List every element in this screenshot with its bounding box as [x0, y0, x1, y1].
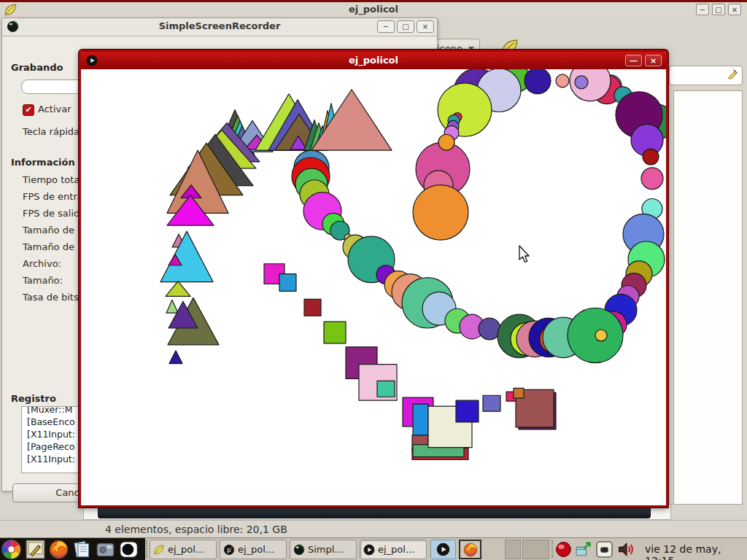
task-button-label: Simpl...: [308, 544, 344, 555]
task-button-label: ej_pol...: [378, 544, 414, 555]
canvas-shape: [311, 90, 392, 150]
policol-tray-launcher[interactable]: [430, 540, 456, 559]
canvas-shape: [556, 74, 569, 88]
canvas-shape: [413, 185, 468, 240]
launcher-camera[interactable]: [96, 540, 115, 559]
canvas-shape: [483, 395, 500, 411]
background-window-titlebar[interactable]: ej_policol −□×: [0, 2, 747, 18]
file-panel[interactable]: [673, 90, 743, 505]
status-text: 4 elementos, espacio libre: 20,1 GB: [105, 524, 287, 535]
launcher-swirl[interactable]: [1, 540, 21, 559]
recorder-title: SimpleScreenRecorder: [2, 20, 437, 31]
taskbar: ej_pol...pej_pol...Simpl...ej_pol... vie…: [0, 537, 747, 560]
task-button-label: ej_pol...: [168, 544, 204, 555]
speaker-icon: [617, 540, 635, 559]
task-button-ejpol-1[interactable]: pej_pol...: [220, 540, 287, 559]
mouse-cursor: [518, 245, 531, 264]
canvas-shape: [643, 149, 659, 165]
info-row: Tamaño de: [23, 241, 74, 252]
canvas-shape: [438, 134, 454, 150]
canvas-shape: [641, 168, 663, 190]
background-window-title: ej_policol: [0, 4, 747, 15]
swirl-icon: [1, 540, 21, 559]
recorder-window-maximize[interactable]: □: [397, 20, 414, 33]
info-header: Información: [11, 157, 75, 168]
canvas-shape: [595, 330, 607, 341]
task-button-label: ej_pol...: [238, 544, 274, 555]
task-button-ejpol-3[interactable]: ej_pol...: [360, 540, 427, 559]
notes-icon: [72, 540, 92, 559]
clock[interactable]: vie 12 de may, 13:15: [645, 543, 747, 560]
launcher-firefox[interactable]: [49, 540, 69, 559]
search-field[interactable]: [669, 66, 743, 85]
info-row: FPS de salida: [23, 208, 85, 219]
background-window-maximize[interactable]: □: [712, 4, 725, 15]
canvas-shape: [279, 274, 296, 292]
canvas-shape: [456, 400, 479, 422]
hotkey-label: Tecla rápida: [23, 126, 80, 137]
recorder-icon: [119, 540, 139, 559]
statusbar: 4 elementos, espacio libre: 20,1 GB: [0, 520, 747, 538]
launcher-notes[interactable]: [72, 540, 92, 559]
leaf-icon: [153, 544, 165, 556]
canvas-shape: [324, 322, 346, 343]
canvas-shape: [377, 381, 395, 397]
canvas-shape: [166, 300, 178, 313]
play-icon: [436, 542, 450, 556]
xournal-icon: [26, 540, 45, 559]
info-row: Archivo:: [23, 258, 61, 269]
firefox-launcher[interactable]: [459, 540, 481, 559]
svg-text:p: p: [227, 546, 231, 553]
policol-window: ej_policol —×: [79, 50, 668, 508]
policol-window-minimize[interactable]: —: [625, 55, 642, 66]
info-row: Tiempo total: [23, 174, 82, 185]
scrollbar-thumb[interactable]: [98, 506, 651, 518]
tray-redball[interactable]: [554, 540, 573, 559]
recording-header: Grabando: [11, 62, 63, 73]
traybox-icon: [595, 540, 614, 559]
broom-icon: [726, 69, 740, 82]
tray-traybox[interactable]: [595, 540, 614, 559]
canvas-shape: [169, 351, 182, 364]
policol-title: ej_policol: [81, 55, 666, 66]
task-button-ejpol-0[interactable]: ej_pol...: [150, 540, 217, 559]
canvas-shape: [575, 76, 588, 89]
policol-dark-icon: p: [223, 544, 235, 556]
empty-task-slot[interactable]: [505, 540, 521, 559]
background-window-close[interactable]: ×: [728, 4, 741, 15]
canvas-shape: [514, 388, 524, 398]
info-row: Tamaño de: [23, 225, 74, 236]
activar-label: Activar: [38, 104, 71, 114]
info-row: Tamaño:: [23, 275, 63, 286]
firefox-icon: [49, 540, 69, 559]
background-window-minimize[interactable]: −: [696, 4, 709, 15]
policol-window-close[interactable]: ×: [645, 55, 662, 66]
camera-icon: [96, 540, 115, 559]
launcher-xournal[interactable]: [26, 540, 45, 559]
panel-separator: [551, 540, 553, 558]
recorder-window-minimize[interactable]: −: [377, 20, 395, 33]
policol-titlebar[interactable]: ej_policol —×: [81, 52, 666, 69]
package-icon: [575, 540, 593, 559]
recorder-window-close[interactable]: ×: [417, 20, 434, 33]
tray-speaker[interactable]: [617, 540, 635, 559]
canvas-shape: [166, 281, 190, 297]
tray-package[interactable]: [575, 540, 593, 559]
canvas-shape: [525, 69, 551, 94]
recorder-titlebar[interactable]: SimpleScreenRecorder −□×: [2, 18, 437, 36]
firefox-icon: [463, 542, 478, 557]
empty-task-slot[interactable]: [522, 540, 549, 559]
desktop: ej_policol −□× icono 4 elementos, espaci…: [0, 0, 747, 560]
sphere-icon: [293, 544, 305, 556]
log-header: Registro: [11, 393, 56, 404]
launcher-recorder[interactable]: [119, 540, 139, 559]
info-row: Tasa de bits: [23, 292, 79, 303]
broom-icon: [726, 69, 740, 82]
task-button-simpl-2[interactable]: Simpl...: [290, 540, 357, 559]
activar-checkbox[interactable]: ✔: [23, 104, 34, 116]
redball-icon: [554, 540, 573, 559]
shape-canvas: [81, 69, 666, 503]
launcher-dock: [0, 538, 145, 560]
canvas-shape: [160, 231, 213, 281]
play-icon: [363, 544, 375, 556]
